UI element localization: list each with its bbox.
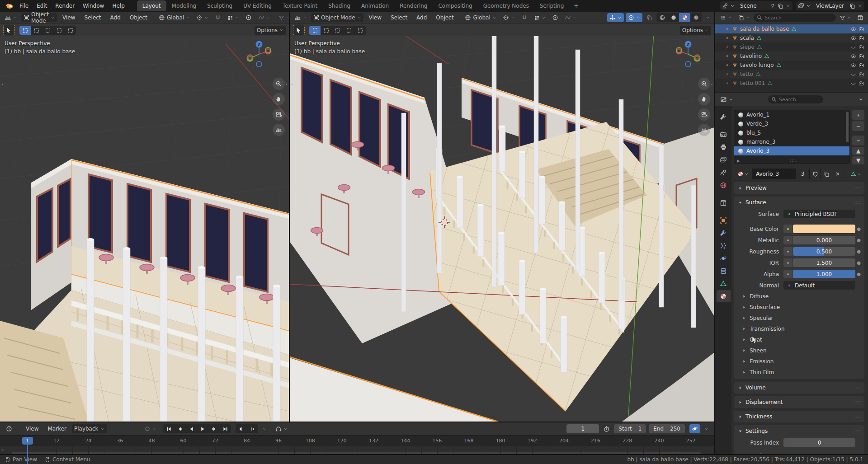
outliner-row[interactable]: siepe [715,42,868,52]
step-dropdown[interactable] [260,424,269,433]
tab-animation[interactable]: Animation [356,0,394,11]
material-slot[interactable]: Avorio_1 [734,110,849,119]
viewport-menu-select[interactable]: Select [81,14,105,22]
settings-panel-header[interactable]: Settings ∷∷ [734,425,864,437]
outliner-display-mode[interactable] [717,13,734,22]
navigation-gizmo[interactable]: ZXY [674,40,703,69]
hand-pan-button[interactable] [698,93,710,105]
outliner-row[interactable]: scala [715,33,868,42]
tab-scripting[interactable]: Scripting [534,0,569,11]
select-box-mode-1[interactable] [321,26,332,35]
expand-icon[interactable] [725,27,730,31]
viewport-menu-view[interactable]: View [365,14,385,22]
select-box-mode-2[interactable] [332,26,343,35]
input-decorator-button[interactable] [783,270,793,278]
select-box-mode-4[interactable] [354,26,366,35]
outliner-filter[interactable] [837,13,854,22]
panel-header-displacement[interactable]: Displacement∷∷ [734,396,864,408]
drag-grip[interactable]: ∷∷ [854,429,860,434]
settings-surface-subpanel[interactable]: Surface [734,451,864,454]
sidebar-expand-icon[interactable]: ‹ [286,81,288,87]
animate-property-dot[interactable]: ● [855,260,862,265]
select-box-mode-3[interactable] [53,26,65,35]
select-box-mode-3[interactable] [343,26,354,35]
material-link-dropdown[interactable] [847,169,864,179]
viewport-menu-add[interactable]: Add [413,14,430,22]
viewport-menu-object[interactable]: Object [432,14,457,22]
pass-index-field[interactable]: 0 [783,438,855,447]
editor-type-button[interactable] [292,13,309,22]
toolbar-expand-icon[interactable]: › [1,81,3,87]
material-slot[interactable]: blu_5 [734,128,849,137]
shading-wireframe-button[interactable] [656,13,668,22]
hide-in-viewport-toggle[interactable] [850,53,856,59]
subpanel-specular[interactable]: Specular [734,313,864,323]
pivot-dropdown[interactable] [500,13,517,22]
input-decorator-button[interactable] [783,225,793,233]
hide-in-viewport-toggle[interactable] [850,71,856,77]
tab-rendering[interactable]: Rendering [394,0,433,11]
new-collection-button[interactable] [855,13,866,22]
property-slider-field[interactable]: 1.500 [793,258,855,267]
unlink-material-button[interactable] [832,169,843,179]
property-slider-field[interactable]: 0.500 [793,247,855,256]
panel-header-thickness[interactable]: Thickness∷∷ [734,411,864,422]
play-reverse-button[interactable] [186,424,197,433]
playback-dropdown[interactable]: Playback [72,424,107,433]
snap-dropdown[interactable] [225,13,241,22]
properties-options[interactable] [856,95,865,104]
frame-start-field[interactable]: Start1 [614,424,646,433]
shading-rendered-button[interactable] [690,13,702,22]
new-scene-icon[interactable] [778,3,783,9]
properties-tab-view-layer[interactable] [717,154,731,166]
property-field[interactable]: Default [783,281,855,290]
shading-solid-button[interactable] [668,13,679,22]
keying-set-dropdown[interactable] [273,424,290,433]
proportional-toggle[interactable] [243,13,254,22]
timeline-scrollbar[interactable] [12,452,701,454]
toolbar-expand-icon[interactable]: › [291,81,293,87]
properties-tab-particles[interactable] [717,239,731,252]
move-slot-up-button[interactable]: ▲ [852,147,864,155]
outliner-search[interactable] [754,14,836,22]
auto-keyframe-toggle[interactable] [601,424,612,433]
xray-toggle[interactable] [644,13,655,22]
viewport-menu-view[interactable]: View [59,14,79,22]
subpanel-diffuse[interactable]: Diffuse [734,291,864,302]
scene-selector[interactable]: Scene [720,1,793,10]
disable-in-renders-toggle[interactable] [859,44,864,50]
active-tool-tweak[interactable] [293,25,305,35]
snap-dropdown[interactable] [532,13,548,22]
show-gizmo-toggle[interactable] [607,13,624,22]
falloff-dropdown[interactable] [562,13,579,22]
jump-to-start-button[interactable] [163,424,175,433]
select-box-mode-0[interactable] [309,26,321,35]
corner-expand-icon[interactable]: ▶ [737,159,740,163]
properties-editor-type[interactable] [718,95,735,104]
viewport-menu-select[interactable]: Select [387,14,411,22]
sync-dropdown[interactable] [702,424,711,433]
drag-grip[interactable]: ∷∷ [854,385,860,390]
timeline-menu-view[interactable]: View [22,425,42,433]
hide-in-viewport-toggle[interactable] [850,80,856,86]
playback-sync-button[interactable] [689,424,700,433]
step-back-button[interactable] [236,424,247,433]
properties-tab-tool[interactable] [717,111,731,123]
grid-ortho-button[interactable] [273,124,285,136]
tab-geometry-nodes[interactable]: Geometry Nodes [478,0,534,11]
falloff-dropdown[interactable] [256,13,273,22]
select-box-mode-1[interactable] [31,26,42,35]
properties-tab-constraints[interactable] [717,265,731,277]
properties-tab-material[interactable] [717,290,731,302]
blender-logo-icon[interactable] [4,2,14,10]
play-button[interactable] [197,424,208,433]
navigation-gizmo[interactable]: ZXY [245,40,274,69]
snap-toggle[interactable] [212,13,223,22]
add-workspace-button[interactable]: + [569,1,583,11]
drag-grip[interactable]: ∷∷ [854,200,860,205]
properties-tab-output[interactable] [717,141,731,153]
camera-view-button[interactable] [698,108,710,121]
drag-grip[interactable]: ∷∷ [854,414,860,419]
fake-user-button[interactable] [809,169,821,179]
snap-toggle[interactable] [519,13,530,22]
